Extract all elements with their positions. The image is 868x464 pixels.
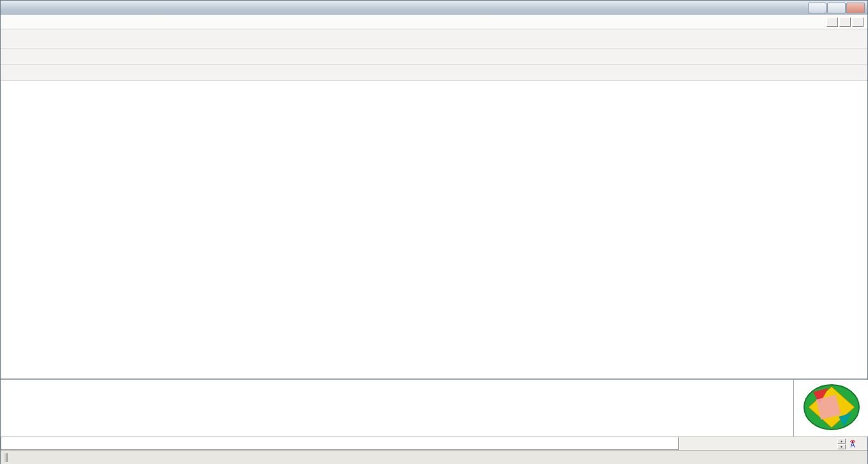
gann360-logo	[793, 380, 868, 437]
statusbar-grip	[4, 453, 8, 462]
quotebar-right: ▲ ▼	[679, 438, 867, 449]
spinner-up-button[interactable]: ▲	[837, 438, 846, 444]
main-toolbar	[1, 29, 867, 49]
mdi-controls	[826, 17, 864, 27]
mdi-restore-button[interactable]	[839, 17, 851, 27]
mdi-close-button[interactable]	[852, 17, 864, 27]
restore-button[interactable]	[827, 3, 846, 13]
quotebar: ▲ ▼	[1, 437, 867, 450]
gann360-logo-image	[794, 380, 868, 437]
mdi-minimize-button[interactable]	[826, 17, 838, 27]
minimize-button[interactable]	[808, 3, 826, 13]
kline-chart[interactable]	[1, 81, 868, 378]
close-button[interactable]	[846, 3, 865, 13]
macd-region[interactable]	[1, 378, 867, 437]
chart-region[interactable]	[1, 81, 867, 378]
statusbar	[1, 450, 867, 464]
macd-chart[interactable]	[1, 380, 793, 437]
drawing-toolbar	[1, 65, 867, 81]
market-quote-field	[1, 437, 679, 450]
icon-toolbar	[1, 49, 867, 65]
spinner-down-button[interactable]: ▼	[837, 444, 846, 449]
antenna-icon	[848, 439, 857, 448]
app-window: ▲ ▼	[0, 0, 868, 464]
window-controls	[808, 3, 865, 13]
period-spinner: ▲ ▼	[837, 438, 846, 449]
titlebar	[1, 1, 867, 15]
menubar	[1, 15, 867, 29]
